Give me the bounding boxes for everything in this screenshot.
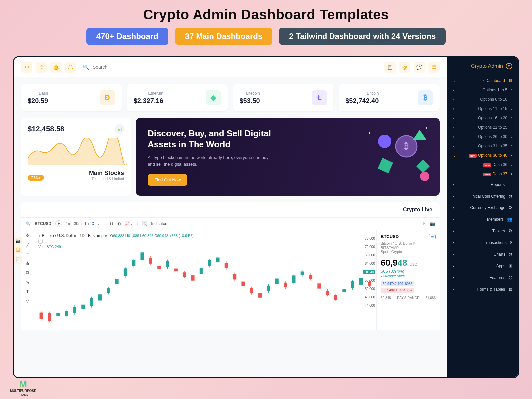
tool-note-icon[interactable]: 📄 bbox=[14, 256, 22, 264]
nav-section-features[interactable]: ‹Features⬡ bbox=[447, 272, 518, 283]
svg-marker-5 bbox=[416, 160, 430, 173]
banner-art: ₿ bbox=[360, 123, 433, 183]
chart-symbol[interactable]: BTCUSD bbox=[35, 221, 51, 226]
find-out-button[interactable]: Find Out Now bbox=[148, 174, 187, 186]
nav-section-forms-&-tables[interactable]: ‹Forms & Tables▦ bbox=[447, 283, 518, 295]
day-range: 60,348 DAY'S RANGE 61,086 bbox=[381, 296, 436, 300]
chart-canvas[interactable]: ● Bitcoin / U.S. Dollar · 1D · Bitstamp … bbox=[34, 230, 376, 330]
nav-section-initial-coin-offering[interactable]: ‹Initial Coin Offering◔ bbox=[447, 190, 518, 202]
nav-dash-37[interactable]: NewDash 37 bbox=[447, 169, 518, 179]
tool-image-icon[interactable]: 🖼 bbox=[14, 246, 22, 254]
chart-sidebar: BTCUSD ☰ Bitcoin / U.S. Dollar ⇱ · BITST… bbox=[376, 230, 440, 330]
svg-point-8 bbox=[426, 127, 427, 129]
nav-options-36-40[interactable]: ⌄NewOptions 36 to 40 bbox=[447, 151, 518, 160]
svg-text:₿: ₿ bbox=[404, 141, 409, 151]
nav-section-members[interactable]: ‹Members👥 bbox=[447, 213, 518, 225]
crypto-card-btc[interactable]: Bitcoin$52,742.40 ₿ bbox=[339, 84, 440, 111]
search-symbol-icon[interactable]: 🔍 bbox=[26, 221, 31, 226]
svg-point-4 bbox=[378, 135, 391, 148]
chart-icon[interactable]: 📊 bbox=[115, 124, 125, 134]
stocks-badge: 7.5%+ bbox=[28, 175, 44, 181]
menu-icon[interactable]: ☰ bbox=[428, 62, 440, 73]
time-ranges: 1m 30m 1h D ⌄ bbox=[66, 221, 100, 226]
side-desc: Bitcoin / U.S. Dollar ⇱ · BITSTAMP Spot … bbox=[381, 241, 436, 254]
candles-icon[interactable]: ⫿⫿ bbox=[109, 221, 113, 226]
nav-option-6[interactable]: ‹Options 31 to 35 bbox=[447, 141, 518, 151]
brush-icon[interactable]: ✎ bbox=[26, 280, 30, 285]
settings-icon[interactable]: ⚙ bbox=[21, 62, 32, 73]
nav-option-1[interactable]: ‹Options 6 to 10 bbox=[447, 95, 518, 104]
crypto-card-ltc[interactable]: Litecoin$53.50 Ł bbox=[233, 84, 334, 111]
nav-section-transactions[interactable]: ‹Transactions$ bbox=[447, 237, 518, 248]
trendline-icon[interactable]: ╱ bbox=[26, 242, 29, 247]
clipboard-icon[interactable]: 📋 bbox=[384, 62, 396, 73]
topbar: ⚙ ⚇ 🔔 ⛶ 🔍 📋 @ 💬 ☰ bbox=[14, 57, 447, 77]
crypto-card-dash[interactable]: Dash$20.59 Đ bbox=[21, 84, 122, 111]
range-1h[interactable]: 1h bbox=[84, 221, 89, 226]
nav-option-2[interactable]: ‹Options 11 to 15 bbox=[447, 104, 518, 113]
side-price: 60,948 USD bbox=[381, 258, 436, 268]
tool-camera-icon[interactable]: 📷 bbox=[14, 237, 22, 245]
nav-section-reports[interactable]: ‹Reports⫼ bbox=[447, 179, 518, 190]
pattern-icon[interactable]: ⧉ bbox=[26, 270, 29, 276]
hlines-icon[interactable]: ≡ bbox=[26, 251, 29, 257]
indicators-label[interactable]: Indicators bbox=[151, 221, 168, 226]
popup-icon[interactable]: ⇱ bbox=[423, 221, 427, 226]
volume-label: ^ bbox=[37, 239, 374, 244]
side-pills: 60,947×2.70918938 60,948×0.07331767 bbox=[381, 281, 436, 293]
chart-toolbar: 🔍 BTCUSD + 1m 30m 1h D ⌄ | ⫿⫿ ◐ 📈⌄ | 📉 I… bbox=[21, 217, 440, 230]
range-1m[interactable]: 1m bbox=[66, 221, 71, 226]
bell-icon[interactable]: 🔔 bbox=[50, 62, 62, 73]
at-icon[interactable]: @ bbox=[399, 62, 410, 73]
footer-logo: M MULTIPURPOSETHEMES bbox=[10, 380, 36, 396]
range-30m[interactable]: 30m bbox=[74, 221, 82, 226]
svg-point-7 bbox=[369, 132, 370, 134]
stocks-card: $12,458.58 📊 7.5%+ Main Stocks Extended … bbox=[21, 118, 131, 196]
nav-section-currency-exchange[interactable]: ‹Currency Exchange⟳ bbox=[447, 202, 518, 213]
banner: Discover, Buy, and Sell Digital Assets i… bbox=[136, 118, 440, 196]
indicators-icon[interactable]: 📉 bbox=[142, 221, 147, 226]
chart-pair-info: ● Bitcoin / U.S. Dollar · 1D · Bitstamp … bbox=[37, 233, 374, 239]
y-axis: 76,00072,00068,00064,000 60,948 56,00052… bbox=[363, 237, 375, 307]
fullscreen-icon[interactable]: ⛶ bbox=[65, 62, 76, 73]
promo-badges: 470+ Dashboard 37 Main Dashboards 2 Tail… bbox=[0, 28, 532, 45]
btc-icon: ₿ bbox=[418, 90, 433, 105]
side-change: 565 (0.94%) bbox=[381, 269, 436, 274]
candlestick-chart bbox=[37, 249, 374, 323]
nav-section-tickers[interactable]: ‹Tickers⚙ bbox=[447, 225, 518, 237]
user-icon[interactable]: ⚇ bbox=[36, 62, 47, 73]
nav-option-3[interactable]: ‹Options 16 to 20 bbox=[447, 113, 518, 123]
nav-option-0[interactable]: ‹Options 1 to 5 bbox=[447, 85, 518, 95]
search-box[interactable]: 🔍 bbox=[83, 64, 176, 70]
chat-icon[interactable]: 💬 bbox=[414, 62, 425, 73]
nav-option-5[interactable]: ‹Options 26 to 30 bbox=[447, 132, 518, 141]
camera-icon[interactable]: 📷 bbox=[430, 221, 435, 226]
nav-section-apps[interactable]: ‹Apps⊞ bbox=[447, 260, 518, 272]
pitchfork-icon[interactable]: ⋔ bbox=[26, 261, 30, 266]
side-status: ● MARKET OPEN bbox=[381, 275, 436, 278]
crypto-cards: Dash$20.59 Đ Etherum$2,327.16 ◆ Litecoin… bbox=[21, 84, 440, 111]
promo-header: Crypto Admin Dashboard Templates 470+ Da… bbox=[0, 0, 532, 50]
emoji-icon[interactable]: ☺ bbox=[25, 298, 30, 304]
nav-dashboard[interactable]: ⌄• Dashboard🖥 bbox=[447, 76, 518, 85]
brand[interactable]: Crypto Admin C bbox=[447, 63, 518, 76]
dash-icon: Đ bbox=[100, 90, 115, 105]
banner-title: Discover, Buy, and Sell Digital Assets i… bbox=[148, 128, 287, 150]
range-d[interactable]: D bbox=[91, 221, 94, 226]
chevron-down-icon[interactable]: ⌄ bbox=[97, 221, 100, 226]
nav-dash-36[interactable]: NewDash 36 bbox=[447, 160, 518, 169]
add-symbol-icon[interactable]: + bbox=[55, 220, 62, 227]
compare-icon[interactable]: ◐ bbox=[117, 221, 121, 226]
crosshair-icon[interactable]: ✛ bbox=[26, 233, 30, 238]
list-icon[interactable]: ☰ bbox=[429, 234, 436, 239]
crypto-card-eth[interactable]: Etherum$2,327.16 ◆ bbox=[127, 84, 228, 111]
svg-point-6 bbox=[420, 172, 429, 181]
monitor-icon: 🖥 bbox=[508, 78, 512, 83]
search-input[interactable] bbox=[93, 65, 176, 70]
text-icon[interactable]: T bbox=[26, 289, 29, 294]
svg-rect-3 bbox=[378, 158, 393, 173]
content: 📷 🖼 📄 Dash$20.59 Đ Etherum$2,327.16 ◆ Li… bbox=[14, 77, 447, 377]
area-icon[interactable]: 📈⌄ bbox=[125, 221, 133, 226]
nav-section-charts[interactable]: ‹Charts◔ bbox=[447, 248, 518, 260]
nav-option-4[interactable]: ‹Options 21 to 25 bbox=[447, 123, 518, 132]
